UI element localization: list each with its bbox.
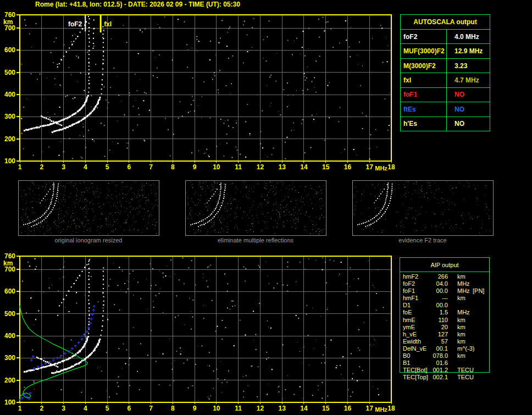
aip-table-row: B0078.0km <box>400 352 496 359</box>
aip-row-label: hmF1 <box>403 295 418 301</box>
aip-row-value: 00.0 <box>420 287 448 294</box>
page-title: Rome (lat: +41.8, lon: 012.5) - DATE: 20… <box>35 1 240 8</box>
autoscala-row-label: foF2 <box>401 30 447 43</box>
svg-text:500: 500 <box>4 69 15 76</box>
aip-table-row: TEC[Bot]001.2TECU <box>400 367 496 374</box>
svg-text:400: 400 <box>4 332 15 340</box>
autoscala-table-header: AUTOSCALA output <box>401 15 490 29</box>
svg-text:1: 1 <box>18 163 22 171</box>
aip-row-value: 00.0 <box>420 302 448 308</box>
svg-text:12: 12 <box>257 163 264 171</box>
svg-text:7: 7 <box>149 405 153 412</box>
aip-row-label: h_vE <box>403 331 417 337</box>
svg-text:4: 4 <box>84 405 87 412</box>
svg-text:km: km <box>3 259 13 267</box>
aip-row-label: Ewidth <box>403 338 421 345</box>
thumbnail-caption-eliminate: eliminate multiple reflections <box>185 237 326 244</box>
svg-text:17: 17 <box>366 405 374 412</box>
aip-table-row: hmF1---km <box>400 295 496 302</box>
aip-table-row: B101.6 <box>400 359 496 367</box>
aip-row-unit: km <box>457 273 465 280</box>
aip-row-value: --- <box>420 295 448 301</box>
autoscala-table-row: h'EsNO <box>401 117 490 131</box>
autoscala-table-row: fxI4.7 MHz <box>401 73 490 87</box>
aip-table-row: foE1.5MHz <box>400 309 496 316</box>
aip-row-label: hmE <box>403 317 415 323</box>
svg-text:1: 1 <box>18 405 22 412</box>
svg-text:760: 760 <box>4 252 15 260</box>
svg-text:600: 600 <box>4 287 15 295</box>
aip-row-unit: km <box>457 295 465 301</box>
svg-text:16: 16 <box>344 405 352 412</box>
autoscala-table-row: foF24.0 MHz <box>401 29 490 43</box>
svg-text:11: 11 <box>235 163 242 171</box>
aip-row-unit: km <box>457 324 465 330</box>
svg-text:16: 16 <box>344 163 352 171</box>
aip-row-unit: MHz <box>457 287 470 294</box>
svg-text:15: 15 <box>322 163 330 171</box>
svg-text:600: 600 <box>4 46 15 54</box>
svg-text:15: 15 <box>322 405 330 412</box>
autoscala-table-row: ftEsNO <box>401 102 490 116</box>
aip-row-label: B1 <box>403 359 410 366</box>
aip-row-value: 078.0 <box>420 352 448 359</box>
svg-text:10: 10 <box>213 163 220 171</box>
svg-text:12: 12 <box>257 405 264 412</box>
autoscala-row-value: 4.0 MHz <box>447 30 490 43</box>
svg-text:2: 2 <box>40 163 43 171</box>
aip-row-unit: m^(-3) <box>457 345 474 352</box>
aip-row-value: 1.5 <box>420 309 448 316</box>
svg-text:7: 7 <box>149 163 153 171</box>
aip-row-value: 266 <box>420 273 448 280</box>
svg-text:3: 3 <box>62 405 65 412</box>
svg-text:13: 13 <box>278 163 286 171</box>
aip-row-value: 002.1 <box>420 374 448 380</box>
aip-row-value: 01.6 <box>420 359 448 366</box>
autoscala-row-value: 4.7 MHz <box>447 73 490 87</box>
thumbnail-caption-original: original ionogram resized <box>18 237 159 244</box>
autoscala-output-table: AUTOSCALA output foF24.0 MHzMUF(3000)F21… <box>400 14 490 131</box>
svg-text:8: 8 <box>171 163 175 171</box>
svg-text:9: 9 <box>193 163 197 171</box>
autoscala-row-label: h'Es <box>401 117 447 131</box>
aip-table-row: DelN_vE00.1m^(-3) <box>400 345 496 352</box>
svg-text:100: 100 <box>4 399 15 406</box>
aip-row-label: B0 <box>403 352 410 359</box>
autoscala-row-value: NO <box>447 102 490 116</box>
aip-table-row: ymE20km <box>400 324 496 331</box>
svg-text:2: 2 <box>40 405 43 412</box>
svg-text:foF2: foF2 <box>68 20 82 28</box>
aip-table-row: foF100.0MHz[PN] <box>400 287 496 295</box>
svg-text:18: 18 <box>387 163 395 171</box>
svg-text:400: 400 <box>4 91 15 98</box>
svg-text:3: 3 <box>62 163 65 171</box>
aip-table-row: D100.0 <box>400 302 496 309</box>
aip-row-unit: km <box>457 331 465 337</box>
aip-table-row: h_vE127km <box>400 331 496 338</box>
autoscala-table-row: M(3000)F23.23 <box>401 58 490 73</box>
aip-row-label: ymE <box>403 324 415 330</box>
svg-text:14: 14 <box>300 163 308 171</box>
svg-text:17: 17 <box>366 163 374 171</box>
autoscala-row-value: 12.9 MHz <box>447 44 490 58</box>
svg-text:6: 6 <box>127 163 131 171</box>
svg-text:14: 14 <box>300 405 308 412</box>
svg-text:11: 11 <box>235 405 242 412</box>
aip-row-label: foF2 <box>403 280 415 287</box>
svg-text:200: 200 <box>4 377 15 384</box>
aip-row-unit: km <box>457 317 465 323</box>
aip-table-row: Ewidth57km <box>400 338 496 345</box>
aip-row-value: 127 <box>420 331 448 337</box>
aip-table-row: TEC[Top]002.1TECU <box>400 374 496 381</box>
autoscala-row-label: foF1 <box>401 88 447 102</box>
svg-text:MHz: MHz <box>375 406 387 413</box>
autoscala-row-label: fxI <box>401 73 447 87</box>
svg-text:4: 4 <box>84 163 87 171</box>
autoscala-row-value: NO <box>447 117 490 131</box>
aip-row-value: 001.2 <box>420 367 448 373</box>
thumbnail-caption-evidence: evidence F2 trace <box>352 237 493 244</box>
svg-text:500: 500 <box>4 310 15 318</box>
svg-text:6: 6 <box>127 405 131 412</box>
autoscala-table-row: foF1NO <box>401 87 490 102</box>
svg-text:8: 8 <box>171 405 175 412</box>
